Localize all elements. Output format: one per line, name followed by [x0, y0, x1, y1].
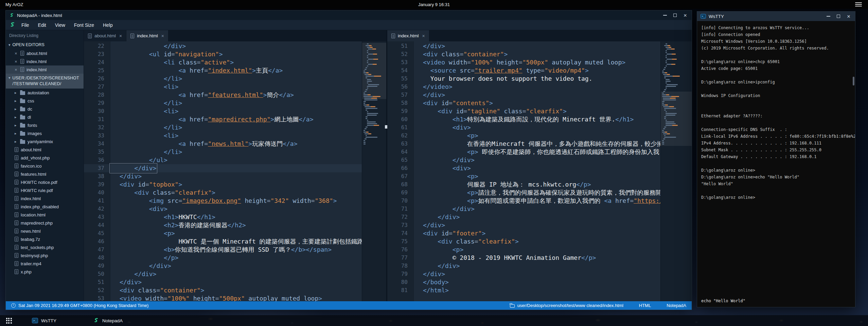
- tree-file-item[interactable]: about.html: [6, 146, 84, 154]
- close-button[interactable]: ×: [680, 11, 690, 20]
- code-line[interactable]: 53<video width="100%" height="500px" aut…: [84, 294, 362, 301]
- tree-file-item[interactable]: HKWTC notice.pdf: [6, 178, 84, 186]
- open-editors-header[interactable]: ▾ OPEN EDITORS: [6, 41, 84, 49]
- code-line[interactable]: 80</body>: [387, 278, 660, 286]
- terminal-output[interactable]: [info] Conencting to arozos WsTTY servic…: [697, 21, 855, 307]
- tree-file-item[interactable]: x.php: [6, 268, 84, 276]
- terminal-input-echo[interactable]: echo "Hello World": [701, 298, 745, 304]
- tree-folder-item[interactable]: ▸css: [6, 97, 84, 105]
- close-button[interactable]: ×: [844, 12, 854, 21]
- code-line[interactable]: 62 <p>: [387, 132, 660, 140]
- wstty-titlebar[interactable]: >_ WsTTY ×: [697, 12, 855, 21]
- code-line[interactable]: 49 </div>: [84, 262, 362, 270]
- maximize-button[interactable]: [833, 12, 844, 21]
- code-line[interactable]: 40 <div class="clearfix">: [84, 189, 362, 197]
- code-area[interactable]: 22 </div>23 <ul id="navigation">24 <li c…: [84, 41, 362, 301]
- code-line[interactable]: 79</div>: [387, 270, 660, 278]
- taskbar-item-wstty[interactable]: >_ WsTTY: [27, 315, 61, 326]
- menu-font-size[interactable]: Font Size: [70, 20, 99, 30]
- close-tab-icon[interactable]: ×: [161, 33, 164, 39]
- code-editor-left[interactable]: 22 </div>23 <ul id="navigation">24 <li c…: [84, 41, 386, 301]
- maximize-button[interactable]: [670, 11, 680, 20]
- code-line[interactable]: 31 <a href="mapredirect.php">網上地圖</a>: [84, 115, 362, 123]
- minimize-button[interactable]: [823, 12, 833, 21]
- menu-view[interactable]: View: [51, 20, 70, 30]
- code-line[interactable]: 53<video width="100%" height="500px" aut…: [387, 58, 660, 66]
- open-editor-item[interactable]: ×index.html: [6, 65, 84, 74]
- code-line[interactable]: 28 <a href="features.html">簡介</a>: [84, 91, 362, 99]
- menu-help[interactable]: Help: [99, 20, 117, 30]
- tree-folder-item[interactable]: ▸fonts: [6, 121, 84, 129]
- code-line[interactable]: 29 </li>: [84, 99, 362, 107]
- code-line[interactable]: 36 </ul>: [84, 156, 362, 164]
- tree-file-item[interactable]: trailer.mp4: [6, 260, 84, 268]
- code-editor-right[interactable]: 51</div>52<div class="container">53<vide…: [387, 41, 692, 301]
- terminal-scrollbar[interactable]: [852, 23, 855, 305]
- code-line[interactable]: 22 </div>: [84, 42, 362, 50]
- code-line[interactable]: 38</div>: [84, 172, 362, 180]
- tree-folder-item[interactable]: ▸dc: [6, 105, 84, 113]
- code-line[interactable]: 37 </div>: [84, 164, 362, 172]
- tree-file-item[interactable]: HKWTC rule.pdf: [6, 186, 84, 194]
- code-line[interactable]: 59 <div id="tagline" class="clearfix">: [387, 107, 660, 115]
- tab-about-html[interactable]: about.html ×: [84, 30, 126, 41]
- code-line[interactable]: 68 伺服器 IP 地址為： mcs.hkwtc.org</p>: [387, 180, 660, 189]
- code-line[interactable]: 35 </li>: [84, 148, 362, 156]
- close-tab-icon[interactable]: ×: [119, 33, 122, 39]
- hamburger-menu-icon[interactable]: [855, 2, 862, 6]
- tree-folder-item[interactable]: ▸images: [6, 129, 84, 137]
- close-editor-icon[interactable]: ×: [15, 51, 18, 56]
- tree-file-item[interactable]: testmysql.php: [6, 251, 84, 260]
- code-line[interactable]: 60 <h1>特別為建築及鐵路而設，現代化的 Minecraft 世界.</h1…: [387, 115, 660, 123]
- close-editor-icon[interactable]: ×: [15, 59, 18, 64]
- code-line[interactable]: 81</html>: [387, 286, 660, 294]
- code-line[interactable]: 30 <li>: [84, 107, 362, 115]
- code-line[interactable]: 66 <div>: [387, 164, 660, 172]
- tree-file-item[interactable]: mapredirect.php: [6, 219, 84, 227]
- menu-file[interactable]: File: [17, 20, 34, 30]
- code-line[interactable]: 67 <p>: [387, 172, 660, 180]
- taskbar-item-notepada[interactable]: NotepadA: [88, 315, 127, 326]
- code-line[interactable]: 45 <p>: [84, 229, 362, 237]
- code-line[interactable]: 39<div id="topbox">: [84, 180, 362, 189]
- tree-file-item[interactable]: index.php_disabled: [6, 203, 84, 211]
- code-line[interactable]: 25 <a href="index.html">主頁</a>: [84, 66, 362, 75]
- close-tab-icon[interactable]: ×: [422, 33, 425, 39]
- tree-file-item[interactable]: add_vhost.php: [6, 154, 84, 162]
- code-line[interactable]: 34 <a href="news.html">玩家傳送門</a>: [84, 140, 362, 148]
- code-line[interactable]: 65 </div>: [387, 156, 660, 164]
- code-line[interactable]: 44 <h2>香港的建築伺服器</h2>: [84, 221, 362, 229]
- open-editor-item[interactable]: ×index.html: [6, 57, 84, 65]
- code-line[interactable]: 33 <li>: [84, 132, 362, 140]
- code-line[interactable]: 76 <p>: [387, 246, 660, 254]
- code-line[interactable]: 46 HKWTC 是一個 Minecraft 的建築伺服器，主要建築計劃包括鐵路: [84, 237, 362, 246]
- close-editor-icon[interactable]: ×: [15, 67, 18, 72]
- code-line[interactable]: 26 </li>: [84, 75, 362, 83]
- tree-file-item[interactable]: index.html: [6, 194, 84, 203]
- code-line[interactable]: 48 </p>: [84, 254, 362, 262]
- code-line[interactable]: 54 <source src="trailer.mp4" type="video…: [387, 66, 660, 75]
- code-line[interactable]: 47 <b>你知道我們全線伺服器已轉用 SSD 了嗎？</b></span>: [84, 246, 362, 254]
- code-line[interactable]: 74<div id="footer">: [387, 229, 660, 237]
- code-line[interactable]: 63 在香港的Minecraft 伺服器中，多為小遊戲和純生存的伺服器，較少擁有: [387, 140, 660, 148]
- tree-file-item[interactable]: teabag.7z: [6, 235, 84, 243]
- code-line[interactable]: 73</div>: [387, 221, 660, 229]
- app-launcher-button[interactable]: [0, 315, 18, 326]
- tree-folder-item[interactable]: ▸autostation: [6, 89, 84, 97]
- code-line[interactable]: 42 <div>: [84, 205, 362, 213]
- tree-file-item[interactable]: location.html: [6, 211, 84, 219]
- code-line[interactable]: 55 Your browser does not support the vid…: [387, 75, 660, 83]
- code-line[interactable]: 56</video>: [387, 83, 660, 91]
- open-editor-item[interactable]: ×about.html: [6, 49, 84, 57]
- code-line[interactable]: 32 </li>: [84, 123, 362, 132]
- code-line[interactable]: 23 <ul id="navigation">: [84, 50, 362, 58]
- status-language[interactable]: HTML: [639, 303, 651, 308]
- minimap[interactable]: [660, 41, 692, 301]
- code-area[interactable]: 51</div>52<div class="container">53<vide…: [387, 41, 660, 301]
- notepada-titlebar[interactable]: NotepadA - index.html ×: [6, 11, 692, 20]
- code-line[interactable]: 50 </div>: [84, 270, 362, 278]
- code-line[interactable]: 78 </div>: [387, 262, 660, 270]
- menu-edit[interactable]: Edit: [34, 20, 51, 30]
- minimap[interactable]: [362, 41, 386, 301]
- tree-file-item[interactable]: news.html: [6, 227, 84, 235]
